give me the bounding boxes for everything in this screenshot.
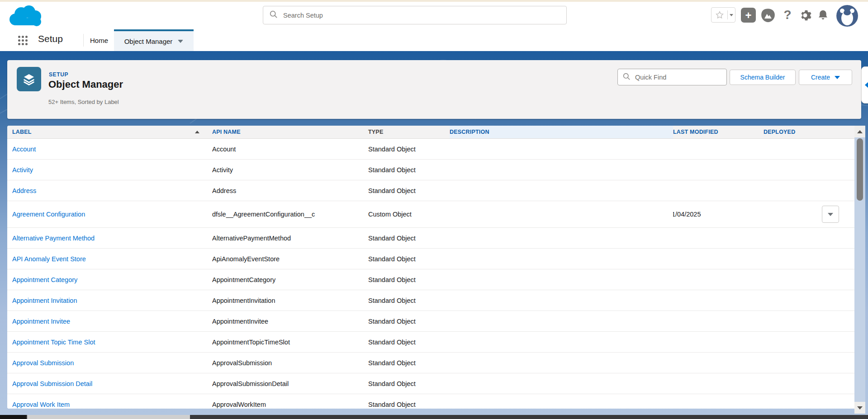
salesforce-logo-icon: [8, 5, 43, 31]
side-panel-toggle[interactable]: [861, 66, 868, 104]
chevron-down-icon: [835, 76, 840, 79]
object-table-card: LABEL API NAME TYPE DESCRIPTION LAST MOD…: [7, 126, 854, 409]
scroll-up-button[interactable]: [854, 126, 865, 137]
object-label-link[interactable]: Approval Submission Detail: [12, 380, 92, 387]
global-search-box[interactable]: [263, 6, 567, 24]
object-label-link[interactable]: API Anomaly Event Store: [12, 255, 86, 263]
chevron-left-icon: [865, 81, 868, 89]
vertical-scrollbar-thumb[interactable]: [857, 138, 863, 201]
table-row: Address Address Standard Object: [7, 180, 854, 201]
object-label-link[interactable]: Address: [12, 187, 36, 194]
help-icon[interactable]: ?: [781, 6, 794, 24]
object-manager-icon: [17, 67, 41, 91]
app-name-label: Setup: [38, 33, 63, 44]
nav-divider: [83, 34, 84, 47]
create-button[interactable]: Create: [799, 70, 852, 85]
object-label-link[interactable]: Alternative Payment Method: [12, 235, 95, 242]
object-label-link[interactable]: Appointment Invitation: [12, 297, 77, 304]
gear-icon[interactable]: [798, 8, 812, 23]
api-name-cell: AppointmentInvitee: [212, 318, 368, 325]
object-label-link[interactable]: Activity: [12, 166, 33, 174]
api-name-cell: ApprovalSubmissionDetail: [212, 380, 368, 387]
last-modified-cell: [673, 359, 764, 367]
favorites-split-button[interactable]: [711, 7, 735, 23]
object-label-link[interactable]: Account: [12, 146, 36, 153]
column-header-description[interactable]: DESCRIPTION: [450, 126, 673, 138]
scrollbar-corner: [0, 415, 26, 419]
schema-builder-button[interactable]: Schema Builder: [730, 70, 796, 85]
quick-find-input[interactable]: [634, 73, 721, 81]
last-modified-cell: [673, 187, 764, 194]
api-name-cell: AppointmentCategory: [212, 276, 368, 283]
tab-object-manager[interactable]: Object Manager: [114, 29, 194, 51]
column-header-label[interactable]: LABEL: [7, 126, 212, 138]
object-label-link[interactable]: Appointment Category: [12, 276, 77, 283]
table-body: Account Account Standard Object Activity…: [7, 139, 854, 409]
last-modified-cell: 11/04/2025: [673, 211, 764, 218]
type-cell: Standard Object: [368, 318, 450, 325]
column-header-deployed[interactable]: DEPLOYED: [764, 129, 822, 135]
triangle-up-icon: [857, 130, 863, 133]
user-avatar[interactable]: [836, 5, 858, 27]
api-name-cell: AppointmentInvitation: [212, 297, 368, 304]
global-header: + ?: [0, 2, 868, 29]
api-name-cell: dfsle__AgreementConfiguration__c: [212, 211, 368, 218]
table-row: API Anomaly Event Store ApiAnomalyEventS…: [7, 249, 854, 269]
tab-home[interactable]: Home: [84, 29, 114, 51]
item-count-summary: 52+ Items, Sorted by Label: [48, 99, 119, 105]
add-button[interactable]: +: [741, 8, 756, 23]
table-row: Appointment Invitee AppointmentInvitee S…: [7, 311, 854, 332]
search-icon: [623, 73, 630, 82]
setup-background: SETUP Object Manager 52+ Items, Sorted b…: [0, 51, 868, 415]
setup-eyebrow: SETUP: [49, 71, 68, 78]
type-cell: Standard Object: [368, 297, 450, 304]
object-label-link[interactable]: Approval Work Item: [12, 401, 70, 408]
table-row: Appointment Topic Time Slot AppointmentT…: [7, 332, 854, 353]
table-row: Appointment Invitation AppointmentInvita…: [7, 290, 854, 311]
last-modified-cell: [673, 276, 764, 283]
page-header-card: SETUP Object Manager 52+ Items, Sorted b…: [7, 60, 861, 119]
api-name-cell: Account: [212, 146, 368, 153]
row-actions-button[interactable]: [822, 206, 839, 223]
column-header-last-modified[interactable]: LAST MODIFIED: [673, 129, 764, 135]
last-modified-cell: [673, 297, 764, 304]
table-header-row: LABEL API NAME TYPE DESCRIPTION LAST MOD…: [7, 126, 854, 139]
vertical-scrollbar[interactable]: [854, 126, 865, 414]
deployed-cell: ✓: [764, 209, 822, 219]
page-title: Object Manager: [48, 79, 123, 90]
type-cell: Standard Object: [368, 359, 450, 367]
horizontal-scrollbar[interactable]: [0, 415, 868, 419]
scroll-down-button[interactable]: [854, 402, 865, 414]
last-modified-cell: [673, 401, 764, 408]
type-cell: Standard Object: [368, 276, 450, 283]
api-name-cell: Address: [212, 187, 368, 194]
object-label-link[interactable]: Approval Submission: [12, 359, 74, 367]
object-label-link[interactable]: Appointment Invitee: [12, 318, 70, 325]
chevron-down-icon[interactable]: [728, 14, 735, 16]
bell-icon[interactable]: [816, 8, 830, 23]
column-header-api-name[interactable]: API NAME: [212, 129, 368, 135]
last-modified-cell: [673, 166, 764, 174]
trailhead-icon[interactable]: [760, 8, 776, 23]
app-launcher-icon[interactable]: [18, 36, 28, 46]
table-row: Approval Work Item ApprovalWorkItem Stan…: [7, 394, 854, 409]
star-icon[interactable]: [711, 10, 728, 19]
chevron-down-icon: [828, 213, 833, 216]
table-row: Account Account Standard Object: [7, 139, 854, 160]
api-name-cell: Activity: [212, 166, 368, 174]
table-row: Approval Submission Detail ApprovalSubmi…: [7, 373, 854, 394]
type-cell: Standard Object: [368, 235, 450, 242]
api-name-cell: AppointmentTopicTimeSlot: [212, 339, 368, 346]
global-search-input[interactable]: [282, 11, 560, 19]
api-name-cell: ApprovalWorkItem: [212, 401, 368, 408]
object-label-link[interactable]: Agreement Configuration: [12, 211, 85, 218]
sort-asc-icon: [195, 131, 199, 133]
last-modified-cell: [673, 235, 764, 242]
object-label-link[interactable]: Appointment Topic Time Slot: [12, 339, 95, 346]
plus-icon: +: [745, 10, 751, 21]
table-row: Appointment Category AppointmentCategory…: [7, 269, 854, 290]
horizontal-scrollbar-thumb[interactable]: [27, 415, 190, 419]
type-cell: Standard Object: [368, 339, 450, 346]
table-row: Activity Activity Standard Object: [7, 160, 854, 180]
quick-find-box[interactable]: [617, 69, 727, 85]
